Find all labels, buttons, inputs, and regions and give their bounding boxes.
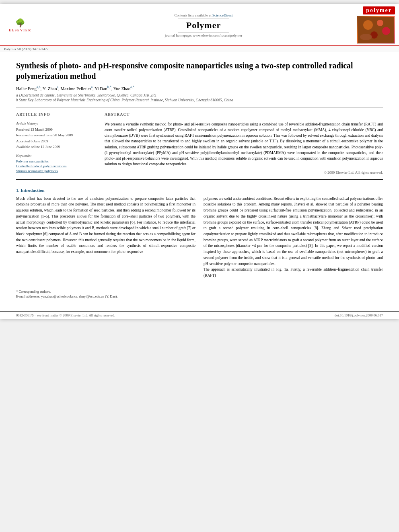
intro-title: Introduction	[21, 188, 45, 193]
svg-point-5	[360, 34, 372, 40]
volume-info-bar: Polymer 50 (2009) 3470–3477	[0, 46, 399, 52]
body-right-col: polymers are solid under ambient conditi…	[204, 196, 383, 279]
journal-name-banner: Polymer	[178, 18, 229, 33]
email-addresses-note: E-mail addresses: yue.zhao@usherbrooke.c…	[16, 294, 383, 298]
revised-date: Received in revised form 30 May 2009	[16, 133, 97, 138]
svg-point-2	[377, 20, 383, 26]
keyword-3: Stimuli-responsive polymers	[16, 169, 97, 173]
footnote-section: * Corresponding authors. E-mail addresse…	[16, 287, 383, 298]
abstract-col: ABSTRACT We present a versatile syntheti…	[105, 112, 383, 175]
author-maxime-sup: a	[91, 85, 93, 89]
authors-line: Haike Fenga,b, Yi Zhaoa, Maxime Pelletie…	[16, 85, 383, 91]
intro-right-para2: The approach is schematically illustrate…	[204, 267, 383, 278]
intro-number: 1.	[16, 188, 21, 193]
intro-right-para1: polymers are solid under ambient conditi…	[204, 196, 383, 267]
author-yi-zhao-sup: a	[57, 85, 58, 89]
body-content: 1. Introduction Much effort has been dev…	[16, 188, 383, 279]
affiliation-b: b State Key Laboratory of Polymer Materi…	[16, 98, 383, 102]
sciencedirect-link: Contents lists available at ScienceDirec…	[52, 13, 355, 17]
main-content: Synthesis of photo- and pH-responsive co…	[0, 52, 399, 307]
author-yi-dan: Yi Dan	[95, 86, 107, 91]
elsevier-label: ELSEVIER	[9, 29, 31, 32]
received-date: Received 13 March 2009	[16, 127, 97, 132]
accepted-date: Accepted 6 June 2009	[16, 139, 97, 144]
keyword-2: Controlled radical polymerizations	[16, 164, 97, 168]
intro-heading: 1. Introduction	[16, 188, 383, 193]
sciencedirect-anchor[interactable]: ScienceDirect	[212, 13, 232, 17]
body-two-col: Much effort has been devoted to the use …	[16, 196, 383, 279]
abstract-text: We present a versatile synthetic method …	[105, 121, 383, 167]
history-label: Article history:	[16, 121, 97, 125]
author-maxime: Maxime Pelletier	[60, 86, 91, 91]
page: 🌳 ELSEVIER Contents lists available at S…	[0, 4, 399, 319]
elsevier-logo: 🌳 ELSEVIER	[4, 15, 36, 35]
intro-left-para: Much effort has been devoted to the use …	[16, 196, 195, 255]
polymer-cover-image	[357, 16, 395, 44]
elsevier-tree-icon: 🌳	[15, 18, 25, 28]
journal-homepage: journal homepage: www.elsevier.com/locat…	[52, 33, 355, 37]
article-info-col: ARTICLE INFO Article history: Received 1…	[16, 112, 97, 175]
author-yi-zhao: Yi Zhao	[43, 86, 57, 91]
page-footer: 0032-3861/$ – see front matter © 2009 El…	[0, 311, 399, 319]
author-yue-zhao: Yue Zhao	[113, 86, 130, 91]
cover-art-svg	[358, 17, 394, 43]
article-title: Synthesis of photo- and pH-responsive co…	[16, 60, 383, 81]
svg-point-3	[382, 27, 390, 35]
keyword-1: Polymer nanoparticles	[16, 159, 97, 163]
article-info-heading: ARTICLE INFO	[16, 112, 97, 118]
body-left-col: Much effort has been devoted to the use …	[16, 196, 195, 279]
journal-header: 🌳 ELSEVIER Contents lists available at S…	[0, 4, 399, 46]
journal-header-center: Contents lists available at ScienceDirec…	[52, 13, 355, 37]
author-yi-dan-sup: b,*	[107, 85, 111, 89]
author-haike-sup: a,b	[37, 85, 41, 89]
divider-1	[16, 107, 383, 107]
footer-doi: doi:10.1016/j.polymer.2009.06.017	[335, 313, 383, 317]
volume-info: Polymer 50 (2009) 3470–3477	[4, 47, 49, 51]
author-haike: Haike Feng	[16, 86, 37, 91]
journal-name: Polymer	[186, 20, 221, 31]
affiliation-a: a Département de chimie, Université de S…	[16, 93, 383, 97]
polymer-badge: polymer	[363, 6, 395, 14]
svg-point-1	[363, 20, 373, 30]
divider-2	[16, 179, 383, 180]
copyright-line: © 2009 Elsevier Ltd. All rights reserved…	[105, 170, 383, 175]
journal-header-right: polymer	[355, 6, 395, 44]
abstract-heading: ABSTRACT	[105, 112, 383, 118]
elsevier-logo-box: 🌳 ELSEVIER	[4, 15, 52, 35]
online-date: Available online 12 June 2009	[16, 144, 97, 150]
keywords-label: Keywords:	[16, 154, 97, 158]
footer-issn: 0032-3861/$ – see front matter © 2009 El…	[16, 313, 115, 317]
sciencedirect-text: Contents lists available at	[175, 13, 212, 17]
article-info-abstract: ARTICLE INFO Article history: Received 1…	[16, 112, 383, 175]
corresponding-authors-note: * Corresponding authors.	[16, 290, 383, 294]
author-yue-zhao-sup: a,*	[130, 85, 134, 89]
